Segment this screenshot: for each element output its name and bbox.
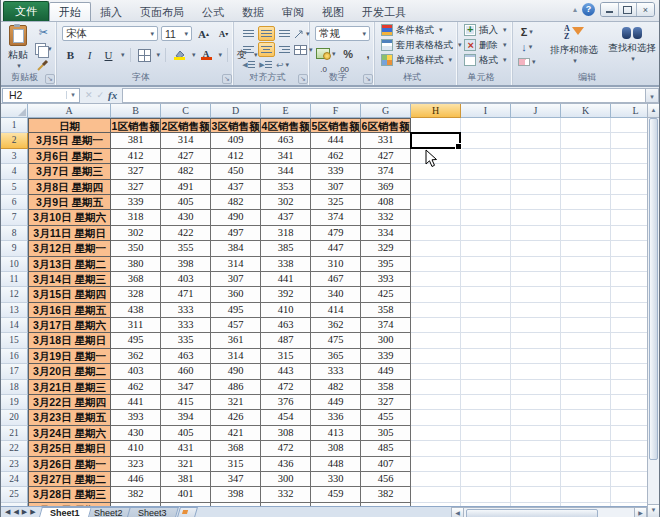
value-cell[interactable]: 350 <box>111 241 161 256</box>
clear-button[interactable]: ▾ <box>518 55 536 68</box>
date-cell[interactable]: 3月8日 星期四 <box>28 180 111 195</box>
value-cell[interactable]: 490 <box>211 364 261 379</box>
underline-button[interactable]: U <box>101 49 116 62</box>
empty-cell[interactable] <box>561 210 611 225</box>
next-sheet-icon[interactable]: ▶ <box>22 508 27 516</box>
value-cell[interactable]: 441 <box>111 395 161 410</box>
row-number-11[interactable]: 11 <box>1 272 28 287</box>
value-cell[interactable]: 360 <box>211 287 261 302</box>
date-cell[interactable]: 3月9日 星期五 <box>28 195 111 210</box>
insert-cells-button[interactable]: 插入▾ <box>464 23 512 37</box>
value-cell[interactable]: 438 <box>111 303 161 318</box>
font-name-select[interactable]: 宋体▾ <box>62 26 158 41</box>
date-cell[interactable]: 3月5日 星期一 <box>28 133 111 148</box>
value-cell[interactable]: 472 <box>261 380 311 395</box>
row-number-17[interactable]: 17 <box>1 364 28 379</box>
first-sheet-icon[interactable]: ◀ <box>5 508 10 516</box>
date-cell[interactable]: 3月24日 星期六 <box>28 426 111 441</box>
value-cell[interactable]: 421 <box>211 426 261 441</box>
date-cell[interactable]: 3月11日 星期日 <box>28 226 111 241</box>
column-header-F[interactable]: F <box>311 104 361 118</box>
empty-cell[interactable] <box>411 226 461 241</box>
empty-cell[interactable] <box>461 395 511 410</box>
conditional-formatting-button[interactable]: 条件格式▾ <box>381 23 457 37</box>
empty-cell[interactable] <box>511 472 561 487</box>
value-cell[interactable]: 300 <box>361 333 411 348</box>
empty-cell[interactable] <box>511 210 561 225</box>
empty-cell[interactable] <box>511 118 561 133</box>
scroll-down-icon[interactable]: ▼ <box>648 504 659 517</box>
empty-cell[interactable] <box>511 241 561 256</box>
value-cell[interactable]: 307 <box>311 180 361 195</box>
value-cell[interactable]: 353 <box>261 180 311 195</box>
empty-cell[interactable] <box>511 149 561 164</box>
empty-cell[interactable] <box>411 287 461 302</box>
empty-cell[interactable] <box>411 395 461 410</box>
value-cell[interactable]: 479 <box>311 226 361 241</box>
value-cell[interactable]: 376 <box>261 395 311 410</box>
borders-button[interactable] <box>137 49 152 62</box>
value-cell[interactable]: 446 <box>111 472 161 487</box>
value-cell[interactable]: 308 <box>261 426 311 441</box>
value-cell[interactable]: 436 <box>261 457 311 472</box>
comma-style-button[interactable]: , <box>361 47 376 60</box>
value-cell[interactable]: 338 <box>261 257 311 272</box>
row-number-5[interactable]: 5 <box>1 180 28 195</box>
value-cell[interactable]: 472 <box>261 441 311 456</box>
copy-button[interactable]: ▾ <box>35 42 52 55</box>
vertical-scroll-thumb[interactable] <box>649 118 658 460</box>
row-number-22[interactable]: 22 <box>1 441 28 456</box>
empty-cell[interactable] <box>461 195 511 210</box>
cancel-icon[interactable]: ✕ <box>85 90 93 100</box>
value-cell[interactable]: 462 <box>111 380 161 395</box>
value-cell[interactable]: 381 <box>161 472 211 487</box>
empty-cell[interactable] <box>511 303 561 318</box>
empty-cell[interactable] <box>461 272 511 287</box>
empty-cell[interactable] <box>561 287 611 302</box>
scroll-right-icon[interactable]: ▶ <box>634 507 647 517</box>
value-cell[interactable]: 457 <box>211 318 261 333</box>
column-header-J[interactable]: J <box>511 104 561 118</box>
cut-button[interactable]: ✂ <box>35 26 52 39</box>
file-tab[interactable]: 文件 <box>3 1 49 21</box>
row-number-12[interactable]: 12 <box>1 287 28 302</box>
date-cell[interactable]: 3月19日 星期一 <box>28 349 111 364</box>
shrink-font-button[interactable]: A▾ <box>216 27 231 40</box>
value-cell[interactable]: 333 <box>311 364 361 379</box>
value-cell[interactable]: 395 <box>361 257 411 272</box>
empty-cell[interactable] <box>511 426 561 441</box>
empty-cell[interactable] <box>461 164 511 179</box>
empty-cell[interactable] <box>461 318 511 333</box>
value-cell[interactable]: 310 <box>311 257 361 272</box>
empty-cell[interactable] <box>411 410 461 425</box>
value-cell[interactable]: 427 <box>361 149 411 164</box>
empty-cell[interactable] <box>461 210 511 225</box>
accounting-format-button[interactable]: ▾ <box>316 47 336 60</box>
paste-dropdown-icon[interactable]: ▾ <box>7 62 31 70</box>
paste-button[interactable]: 粘贴 ▾ <box>5 25 31 70</box>
value-cell[interactable]: 325 <box>311 195 361 210</box>
empty-cell[interactable] <box>561 380 611 395</box>
collapse-ribbon-icon[interactable]: ▴ <box>573 5 577 15</box>
sheet-tab-sheet3[interactable]: Sheet3 <box>126 507 178 517</box>
tab-page-layout[interactable]: 页面布局 <box>131 3 193 21</box>
value-cell[interactable]: 347 <box>161 380 211 395</box>
empty-cell[interactable] <box>511 364 561 379</box>
wrap-text-button[interactable]: ↩▾ <box>275 58 290 71</box>
value-cell[interactable]: 358 <box>361 303 411 318</box>
name-box[interactable]: H2 ▾ <box>2 88 80 103</box>
row-number-13[interactable]: 13 <box>1 303 28 318</box>
horizontal-scrollbar[interactable]: ◀ ▶ <box>451 507 647 517</box>
prev-sheet-icon[interactable]: ◀ <box>13 508 18 516</box>
date-cell[interactable]: 3月22日 星期四 <box>28 395 111 410</box>
sheet-tab-sheet1[interactable]: Sheet1 <box>38 507 91 517</box>
value-cell[interactable]: 444 <box>311 133 361 148</box>
bold-button[interactable]: B <box>63 49 78 62</box>
clipboard-dialog-launcher[interactable]: ↘ <box>45 74 55 84</box>
empty-cell[interactable] <box>411 318 461 333</box>
empty-cell[interactable] <box>461 364 511 379</box>
value-cell[interactable]: 341 <box>261 149 311 164</box>
empty-cell[interactable] <box>461 472 511 487</box>
row-number-23[interactable]: 23 <box>1 457 28 472</box>
empty-cell[interactable] <box>411 241 461 256</box>
